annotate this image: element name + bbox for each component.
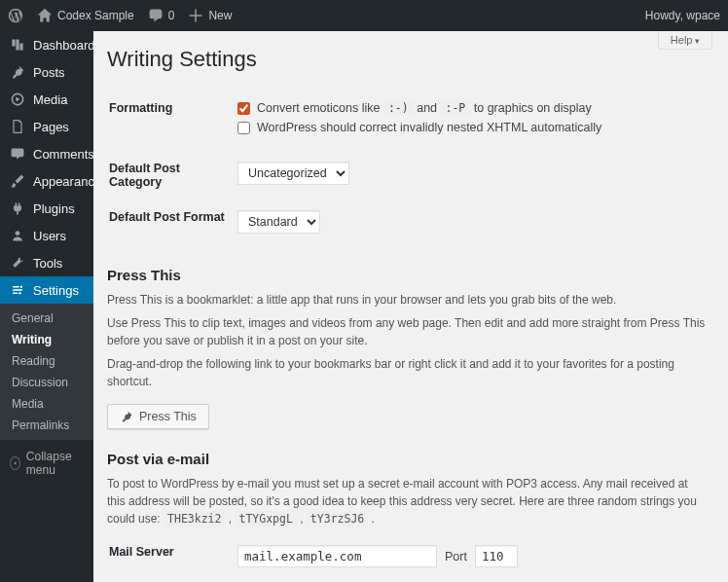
site-name: Codex Sample <box>57 9 134 22</box>
svg-point-1 <box>16 231 20 236</box>
settings-icon <box>10 282 25 298</box>
sub-item-permalinks[interactable]: Permalinks <box>0 415 93 436</box>
comments-count: 0 <box>168 9 175 22</box>
media-icon <box>10 91 25 107</box>
sidebar-item-dashboard[interactable]: Dashboard <box>0 31 93 58</box>
page-icon <box>10 119 25 134</box>
sub-item-general[interactable]: General <box>0 308 93 329</box>
sidebar-item-comments[interactable]: Comments <box>0 140 93 167</box>
content-area: Writing Settings Formatting Convert emot… <box>93 31 728 582</box>
new-label: New <box>208 9 232 22</box>
plug-icon <box>10 200 25 216</box>
emoticons-label: Convert emoticons like :-) and :-P to gr… <box>257 101 592 115</box>
default-category-label: Default Post Category <box>109 152 236 199</box>
sub-item-reading[interactable]: Reading <box>0 350 93 372</box>
new-content-link[interactable]: New <box>188 8 232 23</box>
wp-logo[interactable] <box>8 8 23 23</box>
sidebar-item-tools[interactable]: Tools <box>0 249 93 276</box>
press-this-button[interactable]: Press This <box>107 404 209 429</box>
default-category-select[interactable]: Uncategorized <box>237 162 349 185</box>
press-this-desc-1: Press This is a bookmarklet: a little ap… <box>107 291 709 309</box>
admin-bar: Codex Sample 0 New Howdy, wpace <box>0 0 728 31</box>
press-this-heading: Press This <box>107 267 709 283</box>
comment-icon <box>10 146 25 162</box>
formatting-label: Formatting <box>109 91 236 150</box>
user-icon <box>10 228 25 243</box>
xhtml-checkbox[interactable] <box>237 122 250 134</box>
press-this-desc-3: Drag-and-drop the following link to your… <box>107 355 709 390</box>
mail-server-label: Mail Server <box>109 535 236 577</box>
svg-point-3 <box>18 292 20 294</box>
plus-icon <box>188 8 203 23</box>
sub-item-writing[interactable]: Writing <box>0 329 93 350</box>
port-input[interactable] <box>475 545 518 567</box>
settings-submenu: General Writing Reading Discussion Media… <box>0 304 93 440</box>
greeting: Howdy, wpace <box>645 9 720 22</box>
svg-point-2 <box>20 286 22 288</box>
pin-icon <box>10 64 25 80</box>
sidebar-item-plugins[interactable]: Plugins <box>0 195 93 222</box>
site-name-link[interactable]: Codex Sample <box>37 8 134 23</box>
default-format-select[interactable]: Standard <box>237 210 320 234</box>
dashboard-icon <box>10 37 25 53</box>
account-link[interactable]: Howdy, wpace <box>645 9 720 22</box>
wrench-icon <box>10 255 25 271</box>
comments-icon <box>148 8 164 23</box>
emoticons-checkbox[interactable] <box>237 102 250 115</box>
sidebar-item-appearance[interactable]: Appearance <box>0 167 93 195</box>
press-this-desc-2: Use Press This to clip text, images and … <box>107 314 709 349</box>
post-email-desc: To post to WordPress by e-mail you must … <box>107 475 709 527</box>
page-title: Writing Settings <box>107 47 709 72</box>
default-format-label: Default Post Format <box>109 200 236 243</box>
collapse-menu[interactable]: Collapse menu <box>0 440 93 487</box>
admin-sidebar: Dashboard Posts Media Pages Comments App… <box>0 31 93 582</box>
press-this-icon <box>120 410 133 423</box>
mail-server-input[interactable] <box>237 545 437 567</box>
sidebar-item-settings[interactable]: Settings <box>0 276 93 304</box>
formatting-table: Formatting Convert emoticons like :-) an… <box>107 90 709 245</box>
sidebar-item-pages[interactable]: Pages <box>0 113 93 140</box>
brush-icon <box>10 173 25 189</box>
collapse-icon <box>10 456 20 470</box>
help-tab[interactable]: Help <box>658 31 712 50</box>
sidebar-item-users[interactable]: Users <box>0 222 93 249</box>
sidebar-item-posts[interactable]: Posts <box>0 58 93 86</box>
home-icon <box>37 8 53 23</box>
post-email-heading: Post via e-mail <box>107 451 709 467</box>
sub-item-media[interactable]: Media <box>0 393 93 415</box>
xhtml-label: WordPress should correct invalidly neste… <box>257 121 601 134</box>
email-table: Mail Server Port Login Name Password Def… <box>107 533 709 582</box>
port-label: Port <box>445 550 467 564</box>
sidebar-item-media[interactable]: Media <box>0 86 93 113</box>
comments-link[interactable]: 0 <box>148 8 175 23</box>
sub-item-discussion[interactable]: Discussion <box>0 372 93 393</box>
